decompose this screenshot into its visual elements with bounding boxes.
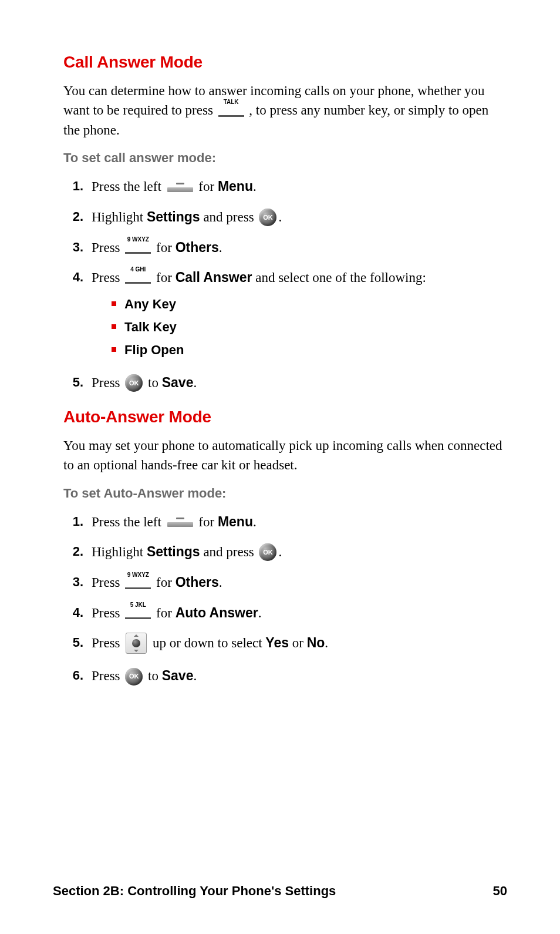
auto-answer-intro: You may set your phone to automatically … [63,436,507,475]
option-label: Any Key [124,294,176,314]
step-number: 4. [63,603,83,622]
txt: . [325,636,328,651]
four-key-icon: 4 GHI [125,271,151,284]
call-answer-intro: You can determine how to answer incoming… [63,81,507,140]
nav-pad-icon [126,633,147,654]
bullet-icon [112,347,116,352]
nine-key-icon: 9 WXYZ [125,241,151,254]
txt: Press the left [92,179,165,194]
step-number: 5. [63,633,83,652]
nine-key-icon: 9 WXYZ [125,577,151,589]
five-key-icon: 5 JKL [125,607,151,619]
txt: . [193,375,197,390]
txt: for [198,515,218,529]
auto-answer-mode-title: Auto-Answer Mode [63,408,507,426]
option-label: Flip Open [124,340,184,360]
txt: Press [92,375,123,390]
step: 2. Highlight Settings and press OK. [63,542,507,563]
talk-key-icon: TALK [218,105,244,117]
auto-answer-steps: 1. Press the left for Menu. 2. Highlight… [63,512,507,687]
txt: Highlight [92,545,147,559]
call-answer-options: Any Key Talk Key Flip Open [112,294,507,360]
txt: for [156,606,176,620]
step: 3. Press 9 WXYZ for Others. [63,572,507,593]
txt: or [292,636,307,651]
step-number: 6. [63,666,83,685]
ok-button-icon: OK [259,209,276,226]
call-answer-label: Call Answer [176,270,252,285]
txt: for [156,575,176,590]
no-label: No [307,636,325,651]
step: 4. Press 5 JKL for Auto Answer. [63,603,507,624]
txt: Press the left [92,515,165,529]
ok-button-icon: OK [125,668,143,686]
txt: Press [92,606,123,620]
auto-answer-label: Auto Answer [176,605,258,620]
others-label: Others [176,574,219,590]
txt: up or down to select [153,636,265,651]
call-answer-mode-title: Call Answer Mode [63,53,507,72]
txt: Press [92,668,123,683]
txt: Press [92,240,123,255]
call-answer-steps: 1. Press the left for Menu. 2. Highlight… [63,176,507,394]
softkey-icon [167,518,193,527]
page: Call Answer Mode You can determine how t… [0,0,560,934]
list-item: Any Key [112,294,507,314]
txt: Press [92,270,123,285]
others-label: Others [176,240,219,255]
txt: . [219,240,222,255]
txt: Highlight [92,210,147,224]
step: 2. Highlight Settings and press OK. [63,207,507,228]
txt: . [219,575,222,590]
step: 1. Press the left for Menu. [63,176,507,197]
step: 3. Press 9 WXYZ for Others. [63,237,507,258]
set-call-answer-subhead: To set call answer mode: [63,150,507,166]
txt: . [258,606,262,620]
step: 1. Press the left for Menu. [63,512,507,533]
save-label: Save [162,375,194,390]
txt: . [253,515,257,529]
ok-button-icon: OK [259,543,276,561]
set-auto-answer-subhead: To set Auto-Answer mode: [63,486,507,501]
step: 5. Press OK to Save. [63,372,507,394]
txt: to [148,668,162,683]
txt: . [193,668,197,683]
yes-label: Yes [265,636,289,651]
step: 6. Press OK to Save. [63,666,507,687]
step-number: 3. [63,237,83,257]
step: 4. Press 4 GHI for Call Answer and selec… [63,267,507,363]
bullet-icon [112,301,116,306]
list-item: Talk Key [112,317,507,337]
settings-label: Settings [147,209,200,224]
settings-label: Settings [147,544,200,559]
step-number: 2. [63,207,83,226]
txt: Press [92,575,123,590]
step-number: 5. [63,372,83,392]
txt: for [156,270,176,285]
softkey-icon [167,183,193,192]
menu-label: Menu [218,179,253,194]
step-number: 4. [63,267,83,287]
txt: for [156,240,176,255]
step-number: 3. [63,572,83,592]
txt: . [253,179,257,194]
bullet-icon [112,324,116,329]
txt: . [278,545,282,559]
txt: to [148,375,162,390]
txt: and select one of the following: [252,270,426,285]
step-number: 1. [63,176,83,196]
step-number: 2. [63,542,83,561]
step-number: 1. [63,512,83,531]
footer-section-label: Section 2B: Controlling Your Phone's Set… [53,883,336,899]
txt: and press [203,210,257,224]
list-item: Flip Open [112,340,507,360]
txt: and press [203,545,257,559]
save-label: Save [162,668,194,683]
txt: for [198,179,218,194]
page-number: 50 [493,883,507,899]
menu-label: Menu [218,514,253,529]
step: 5. Press up or down to select Yes or No. [63,633,507,656]
txt: . [278,210,282,224]
ok-button-icon: OK [125,374,143,392]
txt: Press [92,636,123,651]
